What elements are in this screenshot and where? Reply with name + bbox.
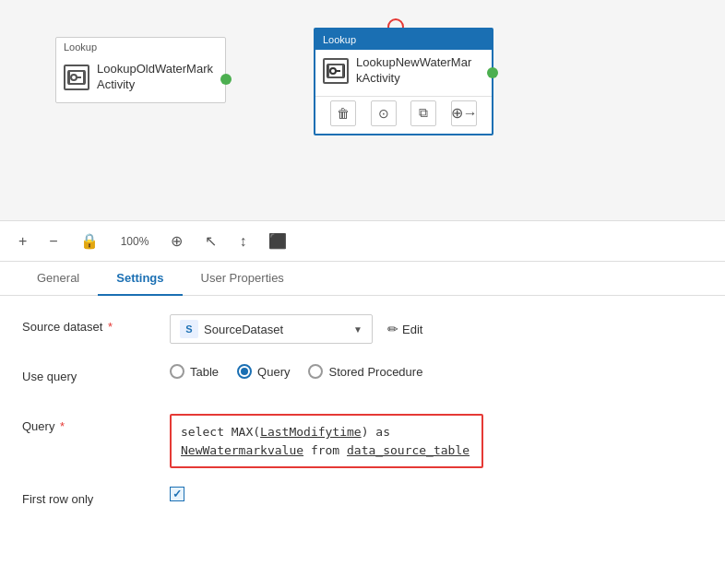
node1-icon (64, 65, 89, 90)
lock-button[interactable]: 🔒 (77, 229, 102, 253)
checkbox-box[interactable]: ✓ (170, 487, 184, 501)
query-input-box[interactable]: select MAX(LastModifytime) as NewWaterma… (170, 414, 483, 468)
radio-table-outer (170, 364, 184, 379)
source-dataset-row: Source dataset * S SourceDataset ▼ ✏ Edi… (22, 314, 703, 346)
zoom-in-button[interactable]: + (15, 229, 30, 253)
dataset-value: SourceDataset (204, 323, 348, 336)
query-line1: select MAX(LastModifytime) as (181, 423, 472, 441)
node-lookup-new[interactable]: Lookup LookupNewWaterMar kActivity 🗑 ⊙ ⧉… (314, 28, 493, 135)
layout-button[interactable]: ↕ (235, 229, 250, 253)
radio-table[interactable]: Table (170, 364, 219, 379)
query-control: select MAX(LastModifytime) as NewWaterma… (170, 414, 703, 468)
tab-user-properties[interactable]: User Properties (183, 262, 303, 296)
node2-settings-btn[interactable]: ⊙ (371, 100, 397, 126)
canvas-area: Lookup LookupOldWaterMark Activity Looku… (0, 0, 725, 221)
node2-run-btn[interactable]: ⊕→ (451, 100, 477, 126)
node2-label: LookupNewWaterMar kActivity (356, 55, 471, 87)
fit-button[interactable]: ⊕ (167, 229, 186, 253)
query-row: Query * select MAX(LastModifytime) as Ne… (22, 414, 703, 468)
first-row-only-control: ✓ (170, 487, 703, 501)
node2-header: Lookup (315, 29, 492, 50)
use-query-control: Table Query Stored Procedure (170, 364, 703, 379)
node2-output-port[interactable] (487, 67, 498, 78)
minimap-button[interactable]: ⬛ (265, 229, 291, 253)
first-row-only-label: First row only (22, 487, 170, 506)
tab-settings[interactable]: Settings (98, 262, 182, 296)
node2-copy-btn[interactable]: ⧉ (410, 100, 436, 126)
source-dataset-dropdown[interactable]: S SourceDataset ▼ (170, 314, 373, 344)
required-indicator: * (104, 320, 113, 334)
radio-sp-label: Stored Procedure (328, 365, 422, 379)
select-button[interactable]: ↖ (201, 229, 220, 253)
first-row-only-row: First row only ✓ (22, 487, 703, 518)
checkmark-icon: ✓ (172, 488, 182, 500)
radio-query-inner (241, 368, 248, 375)
radio-query-label: Query (257, 365, 290, 379)
edit-label: Edit (402, 323, 422, 336)
radio-stored-procedure[interactable]: Stored Procedure (308, 364, 422, 379)
radio-query[interactable]: Query (237, 364, 290, 379)
node2-action-bar: 🗑 ⊙ ⧉ ⊕→ (315, 96, 492, 134)
radio-table-label: Table (190, 365, 219, 379)
radio-query-outer (237, 364, 252, 379)
svg-point-4 (330, 68, 336, 74)
svg-rect-0 (68, 71, 85, 84)
node2-delete-btn[interactable]: 🗑 (330, 100, 356, 126)
dropdown-arrow-icon: ▼ (353, 324, 362, 335)
use-query-label: Use query (22, 364, 170, 383)
radio-sp-outer (308, 364, 323, 379)
svg-rect-3 (327, 65, 344, 77)
node1-output-port[interactable] (220, 74, 232, 85)
zoom-100-button[interactable]: 100% (117, 231, 153, 252)
tab-general[interactable]: General (18, 262, 98, 296)
source-dataset-label: Source dataset * (22, 314, 170, 334)
query-label: Query * (22, 414, 170, 433)
svg-point-1 (71, 75, 77, 80)
dataset-icon: S (180, 320, 198, 338)
form-area: Source dataset * S SourceDataset ▼ ✏ Edi… (0, 296, 725, 555)
node2-icon (323, 58, 349, 84)
query-line2: NewWatermarkvalue from data_source_table (181, 441, 472, 460)
edit-dataset-link[interactable]: ✏ Edit (387, 322, 422, 336)
node1-label: LookupOldWaterMark Activity (97, 62, 213, 93)
node1-header: Lookup (56, 38, 225, 56)
toolbar: + − 🔒 100% ⊕ ↖ ↕ ⬛ (0, 221, 725, 262)
use-query-row: Use query Table Query St (22, 364, 703, 395)
node-lookup-old[interactable]: Lookup LookupOldWaterMark Activity (55, 37, 226, 103)
query-required: * (56, 419, 65, 433)
tabs-bar: General Settings User Properties (0, 262, 725, 296)
radio-group: Table Query Stored Procedure (170, 364, 422, 379)
source-dataset-control: S SourceDataset ▼ ✏ Edit (170, 314, 703, 344)
pencil-icon: ✏ (387, 322, 398, 336)
first-row-only-checkbox[interactable]: ✓ (170, 487, 184, 501)
zoom-out-button[interactable]: − (45, 229, 61, 253)
